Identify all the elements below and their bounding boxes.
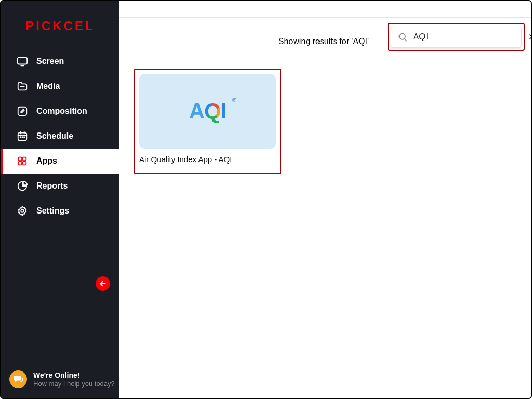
sidebar-item-composition[interactable]: Composition: [1, 99, 119, 124]
chat-status: We're Online!: [33, 370, 115, 380]
arrow-left-icon: [99, 280, 107, 288]
edit-icon: [17, 105, 28, 117]
app-thumbnail: AQI ®: [139, 74, 276, 149]
svg-rect-14: [23, 162, 26, 165]
sidebar-item-label: Settings: [36, 206, 69, 216]
search-icon: [397, 32, 408, 42]
sidebar-item-label: Reports: [36, 181, 68, 191]
svg-rect-12: [23, 157, 26, 161]
svg-rect-13: [19, 162, 22, 165]
app-grid: AQI ® Air Quality Index App - AQI: [119, 51, 531, 174]
brand-logo: PICKCEL: [1, 1, 119, 49]
sidebar-item-media[interactable]: Media: [1, 74, 119, 99]
sidebar-nav: Screen Media Composition Schedule: [1, 49, 119, 223]
svg-rect-0: [18, 58, 27, 64]
svg-point-9: [22, 137, 22, 137]
svg-line-18: [405, 39, 407, 41]
top-bar: [119, 1, 531, 18]
main-content: Showing results for 'AQI': [119, 1, 531, 398]
clear-search-button[interactable]: [528, 33, 532, 41]
gear-icon: [17, 205, 28, 217]
grid-icon: [17, 155, 28, 167]
sidebar-item-label: Composition: [36, 107, 87, 116]
sidebar-item-reports[interactable]: Reports: [1, 174, 119, 198]
folder-icon: [17, 81, 28, 92]
results-header: Showing results for 'AQI': [119, 18, 531, 51]
chat-widget[interactable]: We're Online! How may I help you today?: [9, 370, 115, 389]
app-title: Air Quality Index App - AQI: [139, 155, 276, 164]
sidebar-collapse-button[interactable]: [96, 276, 110, 291]
aqi-logo: AQI: [189, 99, 227, 124]
sidebar-item-label: Screen: [36, 57, 64, 66]
sidebar-item-label: Apps: [36, 156, 57, 166]
svg-point-8: [20, 137, 21, 137]
results-label: Showing results for 'AQI': [278, 37, 369, 46]
chat-subtitle: How may I help you today?: [33, 380, 115, 389]
chat-icon: [9, 370, 27, 388]
search-input[interactable]: [413, 32, 523, 42]
sidebar-item-label: Media: [36, 82, 60, 91]
monitor-icon: [17, 56, 28, 67]
chart-icon: [17, 180, 28, 192]
svg-rect-3: [18, 107, 27, 116]
svg-point-10: [24, 137, 24, 137]
search-box: [391, 26, 522, 48]
registered-mark: ®: [232, 97, 236, 103]
search-highlight: [388, 23, 525, 51]
chat-text: We're Online! How may I help you today?: [33, 370, 115, 389]
calendar-icon: [17, 130, 28, 142]
sidebar-item-label: Schedule: [36, 131, 73, 141]
sidebar-item-apps[interactable]: Apps: [1, 149, 119, 174]
sidebar: PICKCEL Screen Media Composition: [1, 1, 119, 398]
svg-point-15: [21, 209, 24, 212]
sidebar-item-schedule[interactable]: Schedule: [1, 124, 119, 149]
app-window: PICKCEL Screen Media Composition: [0, 0, 532, 399]
app-card[interactable]: AQI ® Air Quality Index App - AQI: [134, 69, 281, 174]
sidebar-item-settings[interactable]: Settings: [1, 198, 119, 223]
svg-rect-11: [19, 157, 22, 161]
sidebar-item-screen[interactable]: Screen: [1, 49, 119, 74]
